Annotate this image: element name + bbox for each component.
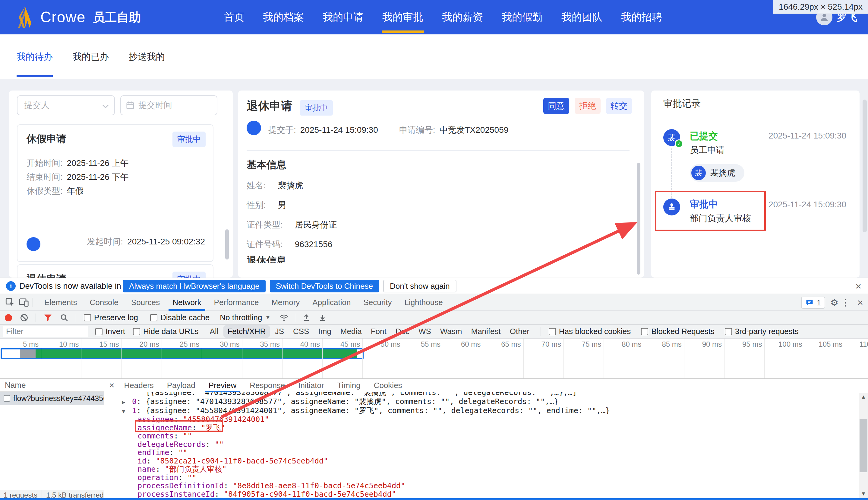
devtools-tab-lighthouse[interactable]: Lighthouse: [398, 294, 449, 311]
nav-item-5[interactable]: 我的假勤: [502, 0, 543, 34]
more-options-icon[interactable]: ⋮: [841, 294, 850, 311]
forward-button[interactable]: 转交: [606, 98, 632, 114]
inspect-element-icon[interactable]: [5, 297, 15, 307]
nav-item-7[interactable]: 我的招聘: [621, 0, 662, 34]
import-har-icon[interactable]: [302, 314, 310, 322]
json-property-assignee[interactable]: assignee: "45580476391424001": [107, 415, 857, 424]
scrollbar-thumb[interactable]: [859, 419, 867, 472]
todo-card-retirement[interactable]: 退休申请 审批中: [17, 264, 213, 277]
clear-icon[interactable]: [20, 314, 28, 322]
match-language-button[interactable]: Always match HwBrowser's language: [123, 280, 266, 292]
json-item-line-0[interactable]: ▶0: {assignee: "47014393283608577", assi…: [107, 397, 857, 407]
dont-show-again-button[interactable]: Don't show again: [383, 280, 456, 292]
filter-funnel-icon[interactable]: [44, 314, 52, 322]
detail-panel-scrollbar[interactable]: [637, 163, 641, 275]
filter-input[interactable]: [3, 326, 88, 337]
devtools-tab-console[interactable]: Console: [83, 294, 125, 311]
has-blocked-cookies-checkbox[interactable]: [549, 328, 556, 335]
filter-type-fetchxhr[interactable]: Fetch/XHR: [223, 325, 270, 338]
submit-time-input[interactable]: 提交时间: [120, 95, 218, 115]
filter-type-all[interactable]: All: [206, 325, 223, 338]
devtools-tab-security[interactable]: Security: [357, 294, 398, 311]
nav-item-6[interactable]: 我的团队: [561, 0, 602, 34]
filter-type-font[interactable]: Font: [367, 325, 390, 338]
json-property-delegateRecords[interactable]: delegateRecords: "": [107, 440, 857, 449]
waterfall-bar-selected[interactable]: [1, 348, 364, 359]
json-property-name[interactable]: name: "部门负责人审核": [107, 465, 857, 474]
invert-toggle[interactable]: Invert: [95, 327, 125, 336]
banner-close-icon[interactable]: ×: [855, 280, 861, 292]
blocked-requests-checkbox[interactable]: [641, 328, 648, 335]
details-tab-response[interactable]: Response: [243, 379, 292, 392]
switch-chinese-button[interactable]: Switch DevTools to Chinese: [270, 280, 379, 292]
json-property-processDefinitionId[interactable]: processDefinitionId: "8e8dd1e8-aee8-11f0…: [107, 481, 857, 490]
throttling-dropdown[interactable]: No throttling ▼: [220, 313, 270, 322]
record-icon[interactable]: [5, 314, 12, 321]
nav-item-4[interactable]: 我的薪资: [442, 0, 483, 34]
devtools-tab-sources[interactable]: Sources: [125, 294, 166, 311]
network-overview-timeline[interactable]: 5 ms10 ms15 ms20 ms25 ms30 ms35 ms40 ms4…: [0, 339, 868, 379]
submitter-select[interactable]: 提交人: [17, 95, 115, 115]
json-property-processInstanceId[interactable]: processInstanceId: "84f905fa-c904-11f0-b…: [107, 490, 857, 499]
device-toolbar-icon[interactable]: [19, 297, 29, 307]
approve-button[interactable]: 同意: [543, 98, 569, 114]
disable-cache-checkbox[interactable]: [150, 314, 157, 321]
scroll-up-icon[interactable]: ▲: [859, 394, 868, 400]
reject-button[interactable]: 拒绝: [575, 98, 601, 114]
preserve-log-toggle[interactable]: Preserve log: [84, 313, 138, 322]
filter-type-other[interactable]: Other: [506, 325, 533, 338]
nav-item-0[interactable]: 首页: [224, 0, 244, 34]
json-property-id[interactable]: id: "8502ca21-c904-11f0-bacd-5e74c5eeb4d…: [107, 457, 857, 465]
filter-type-media[interactable]: Media: [337, 325, 366, 338]
devtools-tab-network[interactable]: Network: [166, 294, 208, 311]
nav-item-3[interactable]: 我的审批: [382, 0, 423, 34]
settings-gear-icon[interactable]: ⚙: [830, 294, 838, 311]
details-tab-timing[interactable]: Timing: [331, 379, 367, 392]
details-tab-initiator[interactable]: Initiator: [292, 379, 330, 392]
hide-data-urls-toggle[interactable]: Hide data URLs: [133, 327, 199, 336]
filter-type-img[interactable]: Img: [314, 325, 335, 338]
scroll-down-icon[interactable]: ▼: [859, 491, 868, 497]
json-property-operation[interactable]: operation: "": [107, 474, 857, 482]
third-party-checkbox[interactable]: [725, 328, 732, 335]
disable-cache-toggle[interactable]: Disable cache: [150, 313, 210, 322]
invert-checkbox[interactable]: [95, 328, 103, 335]
todo-card-leave[interactable]: 休假申请 审批中 开始时间:2025-11-26 上午结束时间:2025-11-…: [17, 124, 213, 262]
hide-data-urls-checkbox[interactable]: [133, 328, 140, 335]
blocked-requests-toggle[interactable]: Blocked Requests: [641, 327, 715, 336]
name-column-header[interactable]: Name: [0, 379, 104, 392]
search-icon[interactable]: [60, 314, 68, 322]
filter-type-js[interactable]: JS: [271, 325, 288, 338]
json-item-line-1[interactable]: ▼1: {assignee: "45580476391424001", assi…: [107, 407, 857, 416]
devtools-tab-elements[interactable]: Elements: [38, 294, 83, 311]
json-property-assigneeName[interactable]: assigneeName: "罗飞": [107, 424, 857, 432]
expand-triangle-icon[interactable]: ▼: [122, 407, 132, 416]
network-conditions-icon[interactable]: [280, 313, 289, 322]
expand-triangle-icon[interactable]: ▶: [122, 398, 132, 407]
details-close-icon[interactable]: ×: [109, 380, 115, 390]
workspace-tab-2[interactable]: 抄送我的: [129, 34, 165, 79]
filter-type-manifest[interactable]: Manifest: [467, 325, 505, 338]
has-blocked-cookies-toggle[interactable]: Has blocked cookies: [549, 327, 631, 336]
workspace-tab-1[interactable]: 我的已办: [73, 34, 109, 79]
request-checkbox[interactable]: [4, 395, 10, 402]
request-row-selected[interactable]: flow?businessKey=47443567...: [0, 392, 104, 405]
page-scrollbar[interactable]: [863, 100, 867, 232]
details-scrollbar[interactable]: ▲ ▼: [859, 393, 868, 498]
filter-type-wasm[interactable]: Wasm: [436, 325, 466, 338]
devtools-tab-performance[interactable]: Performance: [208, 294, 265, 311]
json-property-comments[interactable]: comments: "": [107, 432, 857, 440]
filter-type-ws[interactable]: WS: [414, 325, 435, 338]
export-har-icon[interactable]: [318, 314, 327, 322]
todo-panel-scrollbar[interactable]: [225, 229, 229, 260]
nav-item-2[interactable]: 我的申请: [322, 0, 364, 34]
devtools-tab-application[interactable]: Application: [306, 294, 357, 311]
details-tab-payload[interactable]: Payload: [161, 379, 202, 392]
devtools-tab-memory[interactable]: Memory: [265, 294, 306, 311]
preserve-log-checkbox[interactable]: [84, 314, 91, 321]
details-tab-headers[interactable]: Headers: [118, 379, 161, 392]
filter-type-doc[interactable]: Doc: [392, 325, 413, 338]
devtools-close-icon[interactable]: ×: [857, 294, 863, 311]
issues-counter[interactable]: 1: [801, 297, 825, 309]
workspace-tab-0[interactable]: 我的待办: [16, 34, 53, 79]
